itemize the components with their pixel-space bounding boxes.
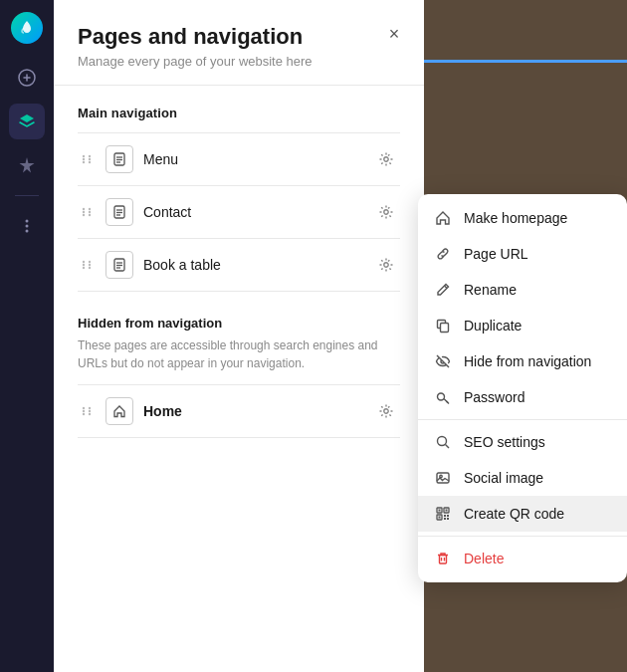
list-item[interactable]: Home — [78, 385, 400, 438]
menu-item-duplicate[interactable]: Duplicate — [418, 308, 627, 343]
sidebar-logo[interactable] — [11, 12, 43, 44]
key-icon — [434, 388, 452, 406]
menu-item-make-homepage[interactable]: Make homepage — [418, 200, 627, 236]
hidden-nav-section: Hidden from navigation These pages are a… — [78, 316, 400, 438]
menu-item-label: Rename — [464, 282, 517, 298]
svg-point-14 — [384, 157, 388, 161]
menu-item-label: Password — [464, 389, 524, 405]
svg-point-37 — [83, 407, 85, 409]
qr-icon — [434, 505, 452, 523]
svg-point-25 — [384, 210, 388, 214]
home-page-icon — [105, 397, 133, 425]
page-settings-button[interactable] — [372, 251, 400, 279]
list-item[interactable]: Menu — [78, 133, 400, 186]
page-settings-button[interactable] — [372, 198, 400, 226]
svg-point-43 — [384, 409, 388, 413]
menu-item-social-image[interactable]: Social image — [418, 460, 627, 496]
link-icon — [434, 245, 452, 263]
svg-point-47 — [438, 437, 447, 446]
drag-handle-icon[interactable] — [78, 402, 96, 420]
magic-icon[interactable] — [9, 147, 45, 183]
svg-rect-52 — [439, 510, 441, 512]
page-name: Contact — [143, 204, 362, 220]
drag-handle-icon[interactable] — [78, 150, 96, 168]
panel-title: Pages and navigation — [78, 24, 400, 50]
page-name: Book a table — [143, 257, 362, 273]
pages-panel: × Pages and navigation Manage every page… — [54, 0, 424, 672]
svg-point-16 — [89, 208, 91, 210]
svg-rect-59 — [444, 518, 446, 520]
menu-item-password[interactable]: Password — [418, 379, 627, 415]
edit-icon — [434, 281, 452, 299]
svg-point-28 — [83, 264, 85, 266]
menu-item-page-url[interactable]: Page URL — [418, 236, 627, 272]
context-menu: Make homepage Page URL Rename Du — [418, 194, 627, 582]
copy-icon — [434, 317, 452, 335]
svg-line-48 — [446, 445, 450, 449]
page-settings-button[interactable] — [372, 397, 400, 425]
menu-item-seo[interactable]: SEO settings — [418, 424, 627, 460]
main-nav-list: Menu — [78, 132, 400, 292]
eye-off-icon — [434, 352, 452, 370]
menu-item-label: Page URL — [464, 246, 528, 262]
hidden-nav-list: Home — [78, 384, 400, 438]
panel-content: Main navigation Menu — [54, 86, 424, 458]
list-item[interactable]: Contact — [78, 186, 400, 239]
menu-item-label: Create QR code — [464, 506, 564, 522]
menu-item-label: Make homepage — [464, 210, 567, 226]
svg-point-17 — [83, 211, 85, 213]
menu-item-label: Delete — [464, 551, 504, 566]
page-name: Menu — [143, 151, 362, 167]
svg-point-36 — [384, 263, 388, 267]
list-item[interactable]: Book a table — [78, 239, 400, 292]
menu-item-rename[interactable]: Rename — [418, 272, 627, 308]
menu-item-label: Hide from navigation — [464, 353, 591, 369]
menu-divider — [418, 536, 627, 537]
menu-item-label: Duplicate — [464, 318, 522, 334]
add-page-icon[interactable] — [9, 60, 45, 96]
hidden-nav-description: These pages are accessible through searc… — [78, 336, 400, 372]
sidebar-divider — [15, 195, 39, 196]
svg-point-3 — [26, 230, 29, 233]
close-button[interactable]: × — [380, 20, 408, 48]
panel-subtitle: Manage every page of your website here — [78, 54, 400, 69]
svg-point-19 — [83, 214, 85, 216]
svg-point-46 — [438, 393, 445, 400]
svg-rect-45 — [441, 324, 449, 333]
svg-point-42 — [89, 413, 91, 415]
search-icon — [434, 433, 452, 451]
svg-rect-61 — [440, 556, 447, 564]
page-icon — [105, 251, 133, 279]
hidden-nav-title: Hidden from navigation — [78, 316, 400, 331]
svg-point-20 — [89, 214, 91, 216]
svg-point-6 — [83, 158, 85, 160]
home-icon — [434, 209, 452, 227]
svg-point-30 — [83, 267, 85, 269]
sidebar — [0, 0, 54, 672]
svg-point-39 — [83, 410, 85, 412]
image-icon — [434, 469, 452, 487]
trash-icon — [434, 550, 452, 567]
svg-point-38 — [89, 407, 91, 409]
drag-handle-icon[interactable] — [78, 203, 96, 221]
svg-rect-58 — [447, 515, 449, 517]
svg-point-2 — [26, 225, 29, 228]
svg-rect-54 — [446, 510, 448, 512]
more-icon[interactable] — [9, 208, 45, 244]
svg-rect-49 — [437, 473, 449, 483]
menu-item-hide-from-nav[interactable]: Hide from navigation — [418, 343, 627, 379]
svg-point-29 — [89, 264, 91, 266]
drag-handle-icon[interactable] — [78, 256, 96, 274]
svg-point-7 — [89, 158, 91, 160]
page-settings-button[interactable] — [372, 145, 400, 173]
menu-item-label: SEO settings — [464, 434, 545, 450]
svg-point-40 — [89, 410, 91, 412]
main-nav-title: Main navigation — [78, 106, 400, 120]
svg-point-4 — [83, 155, 85, 157]
menu-item-label: Social image — [464, 470, 543, 486]
menu-item-delete[interactable]: Delete — [418, 541, 627, 576]
svg-line-44 — [445, 286, 448, 289]
layers-icon[interactable] — [9, 104, 45, 139]
menu-item-create-qr[interactable]: Create QR code — [418, 496, 627, 532]
svg-rect-56 — [439, 517, 441, 519]
